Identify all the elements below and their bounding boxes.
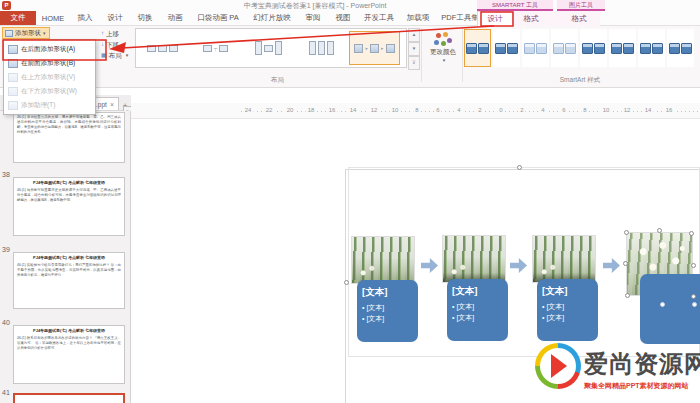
chevron-down-icon: ▾ bbox=[443, 57, 446, 63]
tab-developer[interactable]: 开发工具 bbox=[358, 11, 400, 25]
layout-group-label: 布局 bbox=[135, 76, 420, 85]
smartart-style-6[interactable] bbox=[609, 29, 636, 67]
frame-handle[interactable] bbox=[517, 165, 522, 170]
smartart-photo-1[interactable] bbox=[352, 237, 414, 283]
picture-tools-header: 图片工具 bbox=[557, 0, 605, 11]
layout-option-3[interactable] bbox=[243, 31, 294, 65]
layout-option-4[interactable] bbox=[296, 31, 347, 65]
close-tab-icon[interactable]: × bbox=[110, 101, 114, 108]
watermark-site-name: 爱尚资源网 bbox=[584, 348, 700, 380]
smartart-style-5[interactable] bbox=[580, 29, 607, 67]
horizontal-ruler: 24 22 20 18 16 14 12 10 8 6 4 2 0 2 4 6 … bbox=[131, 103, 700, 119]
powerpoint-window: P 中考宝典测试卷答案1 [兼容模式] - PowerPoint SMARTAR… bbox=[0, 0, 700, 403]
document-title: 中考宝典测试卷答案1 [兼容模式] - PowerPoint bbox=[185, 1, 445, 11]
aishang-logo-icon bbox=[535, 343, 581, 389]
gallery-scroll-down-button[interactable]: ▼ bbox=[408, 42, 420, 56]
slide-canvas: [文本] [文本] [文本] [文本] [文本] [文本] [文本] [文本] … bbox=[131, 119, 700, 403]
layout-gallery-scroll: ▲ ▼ ⊽ bbox=[408, 28, 420, 68]
tab-design[interactable]: 设计 bbox=[100, 11, 130, 25]
slide-thumbnail-38[interactable]: PJ4专题测试卷(七) 考点解析 七年级英语 46.(1) 据所学可知重要历史文… bbox=[13, 177, 125, 236]
add-shape-below-icon bbox=[8, 87, 18, 96]
selection-handle[interactable] bbox=[691, 263, 696, 268]
tab-pocket-animation[interactable]: 口袋动画 PA bbox=[190, 11, 246, 25]
smartart-styles-gallery bbox=[464, 28, 694, 68]
smartart-style-4[interactable] bbox=[551, 29, 578, 67]
tab-review[interactable]: 审阅 bbox=[298, 11, 328, 25]
title-bar: P 中考宝典测试卷答案1 [兼容模式] - PowerPoint SMARTAR… bbox=[0, 0, 700, 11]
change-colors-button[interactable]: 更改颜色 ▾ bbox=[424, 28, 462, 84]
chevron-down-icon: ▾ bbox=[43, 30, 46, 36]
menu-item-add-shape-after[interactable]: 在后面添加形状(A) bbox=[4, 42, 95, 56]
tab-file[interactable]: 文件 bbox=[0, 11, 36, 25]
tab-home[interactable]: HOME bbox=[36, 11, 70, 25]
tab-addins[interactable]: 加载项 bbox=[400, 11, 436, 25]
smartart-style-2[interactable] bbox=[493, 29, 520, 67]
selection-handle[interactable] bbox=[689, 231, 694, 236]
menu-item-add-shape-below: 在下方添加形状(W) bbox=[4, 84, 95, 98]
smartart-textbox-4-empty[interactable] bbox=[640, 274, 700, 344]
down-arrow-icon: ↓ bbox=[101, 39, 104, 50]
gallery-scroll-up-button[interactable]: ▲ bbox=[408, 28, 420, 42]
layout-option-2[interactable]: ┬ bbox=[190, 31, 241, 65]
chevron-down-icon: ▾ bbox=[126, 50, 129, 61]
slide-thumbnail-41-selected[interactable] bbox=[13, 393, 125, 403]
smartart-textbox-2[interactable]: [文本] [文本] [文本] bbox=[447, 279, 508, 341]
smartart-photo-2[interactable] bbox=[443, 236, 505, 282]
menu-item-add-shape-before[interactable]: 在前面添加形状(B) bbox=[4, 56, 95, 70]
tab-picture-format[interactable]: 格式 bbox=[558, 11, 600, 26]
smartart-photo-3[interactable] bbox=[533, 236, 595, 282]
slide-thumbnail-39[interactable]: PJ4专题测试卷(七) 考点解析 七年级英语 46.(1) 实验探究小组与否是导… bbox=[13, 252, 125, 309]
layout-icon: ▦ bbox=[101, 50, 107, 61]
slide-thumbnail-40[interactable]: PJ4专题测试卷(七) 考点解析 七年级英语 46.(1) 联系已知各步骤各单元… bbox=[13, 325, 125, 384]
tab-smartart-format[interactable]: 格式 bbox=[513, 11, 549, 26]
selection-handle[interactable] bbox=[691, 294, 696, 299]
selection-handle[interactable] bbox=[657, 228, 662, 233]
up-arrow-icon: ↑ bbox=[101, 28, 104, 39]
tab-slideshow[interactable]: 幻灯片放映 bbox=[246, 11, 298, 25]
smartart-tools-header: SMARTART 工具 bbox=[477, 0, 553, 11]
selection-handle[interactable] bbox=[624, 230, 629, 235]
textbox-handle-dot[interactable] bbox=[692, 302, 697, 307]
smartart-textbox-1[interactable]: [文本] [文本] [文本] bbox=[357, 280, 418, 342]
smartart-style-7[interactable] bbox=[638, 29, 665, 67]
slide-number-40: 40 bbox=[2, 319, 10, 326]
smartart-style-8[interactable] bbox=[667, 29, 694, 67]
smartart-style-3[interactable] bbox=[522, 29, 549, 67]
smartart-style-1[interactable] bbox=[464, 29, 491, 67]
add-shape-dropdown-menu: 在后面添加形状(A) 在前面添加形状(B) 在上方添加形状(V) 在下方添加形状… bbox=[3, 39, 96, 115]
smartart-styles-group-label: SmartArt 样式 bbox=[464, 76, 696, 85]
powerpoint-app-icon: P bbox=[2, 1, 11, 10]
move-down-button[interactable]: ↓下移 bbox=[101, 39, 134, 50]
slide-thumbnail-panel: 46.(1) 单元性重点品的文明，属本课中等难度题。需、乙、丙三项表述与材料内容… bbox=[0, 111, 131, 403]
selection-handle[interactable] bbox=[625, 293, 630, 298]
contextual-gap bbox=[549, 11, 558, 26]
tab-transitions[interactable]: 切换 bbox=[130, 11, 160, 25]
slide-left-edge bbox=[345, 169, 346, 403]
frame-handle[interactable] bbox=[344, 280, 349, 285]
tab-smartart-design[interactable]: 设计 bbox=[477, 11, 513, 26]
contextual-tab-zone: 设计 格式 格式 bbox=[477, 11, 600, 26]
group-separator bbox=[462, 28, 463, 82]
selection-handle[interactable] bbox=[623, 261, 628, 266]
add-shape-icon bbox=[5, 30, 13, 37]
menu-item-add-shape-above: 在上方添加形状(V) bbox=[4, 70, 95, 84]
layout-option-picture-process[interactable]: ▸▸ bbox=[349, 31, 400, 65]
layout-option-1[interactable] bbox=[137, 31, 188, 65]
textbox-handle-dot[interactable] bbox=[660, 302, 665, 307]
move-up-button[interactable]: ↑上移 bbox=[101, 28, 134, 39]
gallery-more-button[interactable]: ⊽ bbox=[408, 56, 420, 70]
play-triangle-icon bbox=[551, 354, 567, 378]
tab-animations[interactable]: 动画 bbox=[160, 11, 190, 25]
slide-number-38: 38 bbox=[2, 171, 10, 178]
create-graphic-buttons: ↑上移 ↓下移 ▦布局▾ bbox=[101, 28, 134, 61]
smartart-textbox-3[interactable]: [文本] [文本] [文本] bbox=[537, 279, 598, 341]
watermark-tagline: 聚集全网精品PPT素材资源的网站 bbox=[584, 381, 700, 391]
slide-thumbnail-partial[interactable]: 46.(1) 单元性重点品的文明，属本课中等难度题。需、乙、丙三项表述与材料内容… bbox=[13, 112, 125, 163]
change-colors-icon bbox=[434, 32, 452, 48]
tab-insert[interactable]: 插入 bbox=[70, 11, 100, 25]
add-shape-button[interactable]: 添加形状 ▾ bbox=[2, 27, 50, 39]
layout-button[interactable]: ▦布局▾ bbox=[101, 50, 134, 61]
add-shape-above-icon bbox=[8, 73, 18, 82]
menu-item-add-assistant: 添加助理(T) bbox=[4, 98, 95, 112]
tab-view[interactable]: 视图 bbox=[328, 11, 358, 25]
